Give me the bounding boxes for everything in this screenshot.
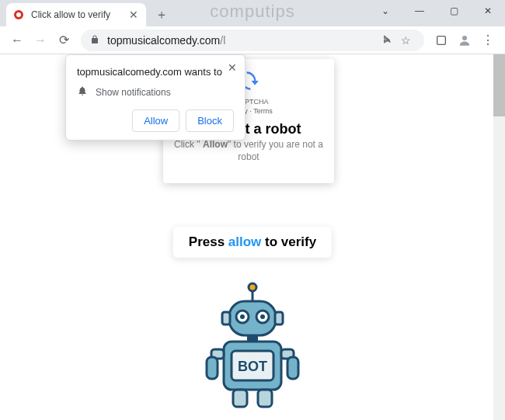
notification-permission-prompt: ✕ topmusicalcomedy.com wants to Show not… <box>65 54 246 141</box>
svg-point-5 <box>249 283 256 291</box>
address-bar[interactable]: topmusicalcomedy.com/l ☆ <box>81 30 424 51</box>
share-icon[interactable] <box>378 34 396 46</box>
block-button[interactable]: Block <box>186 109 234 132</box>
robot-illustration: BOT <box>194 281 311 416</box>
press-allow-banner: Press allow to verify <box>173 227 332 258</box>
svg-rect-18 <box>207 357 218 379</box>
lock-icon <box>90 34 101 47</box>
close-window-button[interactable]: ✕ <box>471 0 505 22</box>
new-tab-button[interactable]: ＋ <box>151 4 172 26</box>
maximize-button[interactable]: ▢ <box>437 0 471 22</box>
chevron-down-icon[interactable]: ⌄ <box>368 0 402 22</box>
robot-label: BOT <box>238 359 267 374</box>
browser-titlebar: computips Click allow to verify ✕ ＋ ⌄ ― … <box>0 0 505 26</box>
tab-title: Click allow to verify <box>31 9 127 20</box>
svg-point-11 <box>240 314 245 319</box>
scrollbar[interactable] <box>493 54 505 420</box>
svg-point-12 <box>260 314 265 319</box>
svg-rect-21 <box>258 390 272 407</box>
close-icon[interactable]: ✕ <box>225 60 240 75</box>
extensions-icon[interactable] <box>430 30 452 51</box>
permission-text: Show notifications <box>96 87 171 98</box>
url-text: topmusicalcomedy.com/l <box>107 34 378 47</box>
svg-rect-8 <box>275 312 283 325</box>
minimize-button[interactable]: ― <box>402 0 437 22</box>
bell-icon <box>77 85 88 99</box>
browser-toolbar: ← → ⟳ topmusicalcomedy.com/l ☆ ⋮ <box>0 26 505 54</box>
tab-close-icon[interactable]: ✕ <box>127 9 140 21</box>
reload-button[interactable]: ⟳ <box>53 30 75 51</box>
scrollbar-thumb[interactable] <box>493 54 505 116</box>
watermark-text: computips <box>210 2 294 22</box>
svg-point-1 <box>16 12 21 17</box>
back-button[interactable]: ← <box>6 30 28 51</box>
svg-rect-19 <box>287 357 298 379</box>
permission-row: Show notifications <box>77 85 234 99</box>
svg-point-3 <box>462 36 467 40</box>
permission-buttons: Allow Block <box>77 109 234 132</box>
captcha-subtext: Click " Allow" to verify you are not a r… <box>171 139 326 163</box>
permission-heading: topmusicalcomedy.com wants to <box>77 66 234 78</box>
forward-button[interactable]: → <box>30 30 51 51</box>
star-icon[interactable]: ☆ <box>396 34 415 47</box>
allow-button[interactable]: Allow <box>132 109 179 132</box>
tab-favicon <box>12 9 25 21</box>
menu-icon[interactable]: ⋮ <box>477 30 499 51</box>
page-content: reCAPTCHA Privacy · Terms I am not a rob… <box>0 54 505 420</box>
svg-rect-2 <box>437 36 446 44</box>
browser-tab[interactable]: Click allow to verify ✕ <box>6 3 146 26</box>
profile-icon[interactable] <box>454 30 475 51</box>
svg-rect-7 <box>222 312 230 325</box>
svg-rect-20 <box>233 390 247 407</box>
window-controls: ⌄ ― ▢ ✕ <box>368 0 505 22</box>
